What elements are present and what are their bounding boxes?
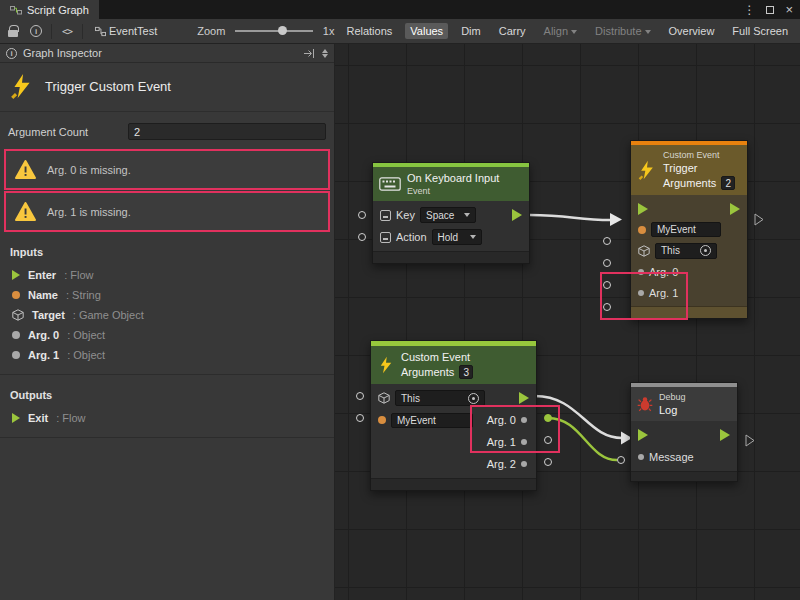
object-port-icon — [521, 417, 527, 423]
port-receiver-arg0[interactable] — [544, 414, 552, 422]
node-debug-log[interactable]: Debug Log Message — [630, 382, 738, 482]
node-subtitle: Event — [407, 186, 499, 196]
window-maximize-icon[interactable] — [766, 6, 774, 14]
graph-breadcrumb[interactable]: EventTest — [90, 23, 162, 39]
info-icon[interactable]: i — [28, 25, 44, 37]
string-port-icon — [12, 291, 20, 299]
trigger-event-icon — [9, 73, 35, 99]
port-receiver-arg2[interactable] — [544, 458, 552, 466]
dim-button[interactable]: Dim — [456, 23, 486, 39]
overview-button[interactable]: Overview — [664, 23, 720, 39]
graph-toolbar: i <> EventTest Zoom 1x Relations Values … — [0, 19, 800, 44]
flow-output-port[interactable] — [720, 429, 730, 441]
flow-output-port[interactable] — [730, 203, 740, 215]
connection-keyboard-to-trigger[interactable] — [530, 215, 611, 220]
expander-icon[interactable] — [322, 49, 328, 58]
flow-port-icon — [12, 413, 20, 423]
node-header[interactable]: On Keyboard Input Event — [373, 167, 529, 201]
event-name-input[interactable]: MyEvent — [651, 222, 721, 237]
port-receiver-target[interactable] — [356, 392, 364, 400]
zoom-value: 1x — [323, 25, 335, 37]
connection-arg0-to-message[interactable] — [548, 418, 617, 460]
node-subtitle: Arguments — [401, 366, 454, 378]
flow-output-port[interactable] — [519, 392, 529, 404]
inputs-header: Inputs — [10, 246, 324, 258]
tab-script-graph[interactable]: Script Graph — [0, 0, 99, 19]
object-picker-icon — [700, 245, 711, 256]
flow-input-port[interactable] — [638, 429, 648, 441]
toolbar-separator — [82, 24, 83, 39]
port-trigger-arg1[interactable] — [603, 303, 611, 311]
window-tab-bar: Script Graph ⋮ × — [0, 0, 800, 19]
object-port-icon — [638, 290, 644, 296]
chevron-down-icon — [645, 30, 651, 34]
input-row-enter: Enter : Flow — [0, 265, 334, 285]
port-log-message[interactable] — [617, 456, 625, 464]
object-port-icon — [12, 331, 20, 339]
window-close-icon[interactable]: × — [785, 2, 793, 17]
warning-text: Arg. 1 is missing. — [47, 206, 131, 218]
keycap-icon — [380, 232, 391, 243]
align-button[interactable]: Align — [539, 23, 582, 39]
node-header[interactable]: Custom Event Arguments 3 — [371, 346, 536, 384]
warning-icon — [15, 160, 36, 179]
key-dropdown[interactable]: Space — [420, 207, 476, 223]
string-port-icon — [378, 416, 386, 424]
inspector-header-label: Graph Inspector — [23, 47, 102, 59]
arg1-row: Arg. 1 — [371, 431, 536, 453]
carry-button[interactable]: Carry — [494, 23, 531, 39]
section-divider — [0, 374, 334, 375]
node-custom-event[interactable]: Custom Event Arguments 3 This — [370, 340, 537, 491]
port-trigger-target[interactable] — [603, 259, 611, 267]
warning-arg0-missing: Arg. 0 is missing. — [4, 149, 330, 190]
node-header[interactable]: Debug Log — [631, 387, 737, 421]
port-trigger-arg0[interactable] — [603, 281, 611, 289]
port-receiver-name[interactable] — [356, 414, 364, 422]
relations-button[interactable]: Relations — [341, 23, 397, 39]
input-row-arg0: Arg. 0 : Object — [0, 325, 334, 345]
event-name-row: MyEvent — [631, 219, 747, 240]
node-trigger-custom-event[interactable]: Custom Event Trigger Arguments 2 MyEvent — [630, 140, 748, 319]
event-name-row: MyEvent Arg. 0 — [371, 409, 536, 431]
dock-icon[interactable] — [303, 48, 316, 59]
graph-inspector-panel: i Graph Inspector Trigger Custom Event A… — [0, 44, 335, 600]
string-port-icon — [638, 226, 646, 234]
flow-continuation-icon — [745, 434, 755, 447]
target-row: This — [371, 387, 536, 409]
node-on-keyboard-input[interactable]: On Keyboard Input Event Key Space Action — [372, 162, 530, 264]
connection-layer — [335, 44, 800, 600]
event-name-input[interactable]: MyEvent — [391, 413, 473, 428]
window-menu-icon[interactable]: ⋮ — [743, 3, 755, 17]
object-picker-icon — [468, 393, 479, 404]
values-button[interactable]: Values — [405, 23, 448, 39]
target-dropdown[interactable]: This — [395, 390, 485, 406]
graph-canvas[interactable]: On Keyboard Input Event Key Space Action — [335, 44, 800, 600]
gameobject-icon — [12, 309, 24, 321]
section-divider — [0, 437, 334, 438]
distribute-button[interactable]: Distribute — [590, 23, 655, 39]
fullscreen-button[interactable]: Full Screen — [727, 23, 793, 39]
port-keyboard-key[interactable] — [358, 211, 366, 219]
node-footer — [631, 471, 737, 481]
zoom-slider-knob[interactable] — [278, 26, 287, 35]
target-dropdown[interactable]: This — [655, 243, 717, 259]
port-keyboard-action[interactable] — [358, 233, 366, 241]
arg2-row: Arg. 2 — [371, 453, 536, 475]
argument-count-input[interactable]: 2 — [128, 123, 326, 140]
action-dropdown[interactable]: Hold — [432, 229, 482, 245]
argument-count-row: Argument Count 2 — [8, 123, 326, 140]
output-row-exit: Exit : Flow — [0, 408, 334, 428]
flow-row — [631, 424, 737, 446]
lock-icon[interactable] — [5, 25, 21, 37]
flow-output-port[interactable] — [512, 209, 522, 221]
port-trigger-name[interactable] — [603, 237, 611, 245]
node-title: Trigger — [663, 162, 735, 174]
port-receiver-arg1[interactable] — [544, 436, 552, 444]
arg-label: Arg. 0 — [649, 266, 678, 278]
node-header[interactable]: Custom Event Trigger Arguments 2 — [631, 145, 747, 195]
zoom-slider[interactable] — [235, 30, 312, 32]
flow-input-port[interactable] — [638, 203, 648, 215]
code-view-icon[interactable]: <> — [59, 26, 75, 37]
target-row: This — [631, 240, 747, 261]
script-graph-icon — [10, 4, 22, 16]
